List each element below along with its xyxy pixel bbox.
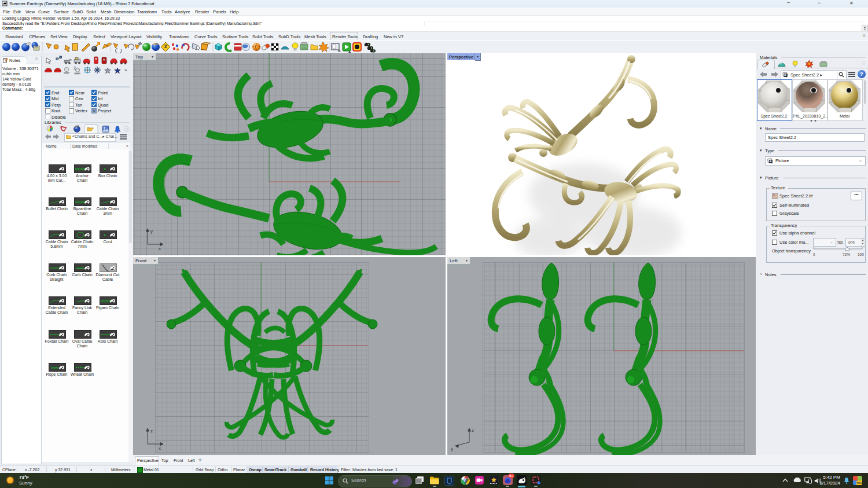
svg-text:y: y <box>150 229 153 234</box>
svg-text:z: z <box>150 428 153 434</box>
svg-text:»: » <box>124 68 127 73</box>
svg-text:x: x <box>159 446 161 451</box>
svg-text:7: 7 <box>524 476 525 479</box>
svg-text:x: x <box>159 246 161 251</box>
svg-text:z: z <box>472 428 474 433</box>
svg-text:y: y <box>451 446 453 452</box>
